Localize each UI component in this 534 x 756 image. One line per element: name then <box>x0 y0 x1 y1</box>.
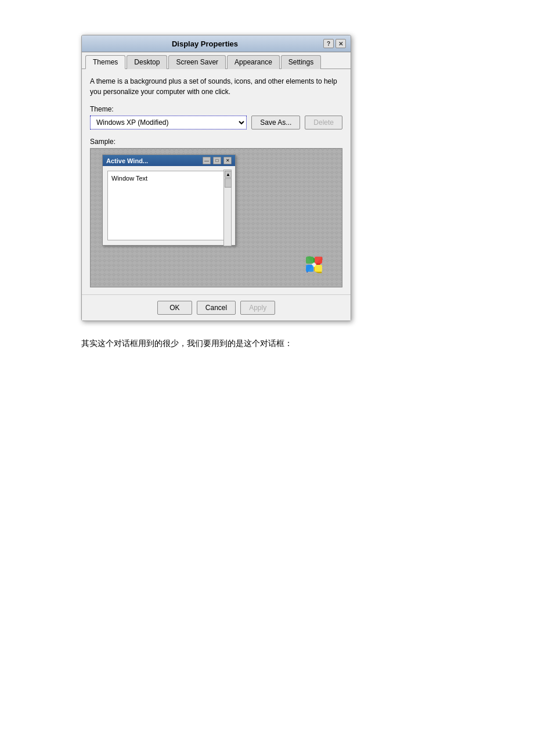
description-text: A theme is a background plus a set of so… <box>90 76 342 97</box>
tab-appearance[interactable]: Appearance <box>227 55 280 69</box>
close-button[interactable]: ✕ <box>335 39 346 48</box>
xp-logo-icon <box>304 254 324 275</box>
display-properties-dialog: Display Properties ? ✕ Themes Desktop Sc… <box>81 35 351 321</box>
help-button[interactable]: ? <box>323 39 334 48</box>
mini-window: Active Wind... — □ ✕ Window Text ▲ <box>102 154 236 246</box>
mini-close-button: ✕ <box>223 157 232 164</box>
mini-restore-button: □ <box>213 157 221 164</box>
theme-row: Windows XP (Modified) Save As... Delete <box>90 116 342 129</box>
scroll-thumb <box>225 178 232 188</box>
title-bar: Display Properties ? ✕ <box>82 35 351 52</box>
mini-window-content: Window Text <box>107 171 230 240</box>
tab-settings[interactable]: Settings <box>281 55 321 69</box>
mini-window-title: Active Wind... <box>106 157 200 164</box>
dialog-title: Display Properties <box>86 39 323 48</box>
svg-rect-3 <box>315 257 322 264</box>
svg-rect-5 <box>315 265 322 272</box>
scroll-up-arrow: ▲ <box>225 171 232 178</box>
mini-window-text: Window Text <box>111 175 147 182</box>
theme-label: Theme: <box>90 105 342 113</box>
dialog-content: A theme is a background plus a set of so… <box>82 69 351 294</box>
sample-label: Sample: <box>90 138 342 146</box>
mini-minimize-button: — <box>203 157 211 164</box>
delete-button[interactable]: Delete <box>305 116 342 129</box>
save-as-button[interactable]: Save As... <box>251 116 300 129</box>
mini-title-bar: Active Wind... — □ ✕ <box>103 155 235 166</box>
svg-point-6 <box>312 263 316 267</box>
ok-button[interactable]: OK <box>157 301 192 315</box>
tab-strip: Themes Desktop Screen Saver Appearance S… <box>82 52 351 69</box>
apply-button[interactable]: Apply <box>240 301 275 315</box>
theme-select[interactable]: Windows XP (Modified) <box>90 116 247 129</box>
tab-screen-saver[interactable]: Screen Saver <box>168 55 226 69</box>
mini-scrollbar: ▲ <box>223 170 232 246</box>
svg-rect-2 <box>306 257 313 264</box>
theme-select-wrapper: Windows XP (Modified) <box>90 116 247 129</box>
sample-area: Active Wind... — □ ✕ Window Text ▲ <box>90 148 342 287</box>
dialog-bottom: OK Cancel Apply <box>82 294 351 321</box>
footer-text: 其实这个对话框用到的很少，我们要用到的是这个对话框： <box>81 339 534 349</box>
svg-rect-4 <box>306 265 313 272</box>
title-bar-buttons: ? ✕ <box>323 39 346 48</box>
tab-themes[interactable]: Themes <box>85 55 125 69</box>
cancel-button[interactable]: Cancel <box>197 301 236 315</box>
tab-desktop[interactable]: Desktop <box>127 55 167 69</box>
